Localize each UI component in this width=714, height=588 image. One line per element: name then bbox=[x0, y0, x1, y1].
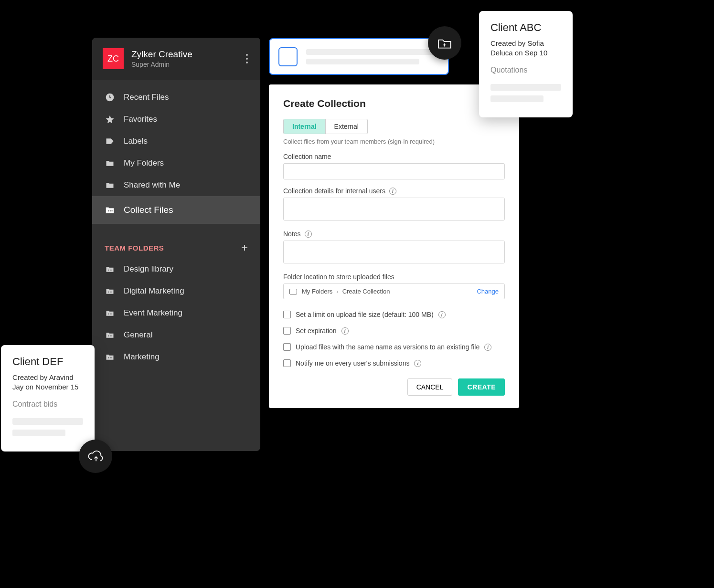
placeholder-line bbox=[490, 95, 543, 102]
tab-internal[interactable]: Internal bbox=[284, 119, 325, 134]
nav-shared-with-me[interactable]: Shared with Me bbox=[92, 174, 260, 196]
collection-name-input[interactable] bbox=[283, 163, 505, 179]
svg-point-16 bbox=[108, 357, 109, 358]
more-menu-icon[interactable] bbox=[243, 51, 251, 66]
info-icon[interactable]: i bbox=[305, 231, 312, 238]
item-placeholder-lines bbox=[306, 49, 439, 64]
sidebar: ZC Zylker Creative Super Admin Recent Fi… bbox=[92, 38, 260, 451]
placeholder-line bbox=[306, 59, 419, 64]
svg-point-3 bbox=[111, 210, 112, 211]
collection-details-label: Collection details for internal users bbox=[283, 187, 385, 195]
folder-icon bbox=[105, 158, 115, 168]
svg-point-18 bbox=[111, 357, 112, 358]
info-icon[interactable]: i bbox=[389, 188, 396, 195]
folder-location-display: My Folders › Create Collection Change bbox=[283, 284, 505, 299]
folder-files-icon bbox=[105, 205, 115, 215]
breadcrumb-leaf: Create Collection bbox=[342, 288, 390, 295]
tab-description: Collect files from your team members (si… bbox=[283, 138, 505, 145]
breadcrumb-root: My Folders bbox=[302, 288, 332, 295]
team-folders-header: TEAM FOLDERS + bbox=[92, 231, 260, 258]
placeholder-line bbox=[12, 430, 65, 436]
folder-location-label: Folder location to store uploaded files bbox=[283, 273, 505, 281]
option-file-size-limit: Set a limit on upload file size (default… bbox=[283, 311, 505, 318]
team-folder-general[interactable]: General bbox=[92, 324, 260, 346]
selected-item-card[interactable] bbox=[269, 38, 449, 75]
nav-recent-files[interactable]: Recent Files bbox=[92, 86, 260, 108]
checkbox-notify[interactable] bbox=[283, 359, 291, 367]
svg-point-8 bbox=[110, 292, 111, 293]
folder-plus-icon bbox=[437, 35, 453, 51]
collection-details-input[interactable] bbox=[283, 198, 505, 220]
info-icon[interactable]: i bbox=[341, 327, 349, 335]
option-notify: Notify me on every user's submissions i bbox=[283, 359, 505, 367]
team-folder-design-library[interactable]: Design library bbox=[92, 258, 260, 280]
card-title: Client ABC bbox=[490, 21, 561, 34]
clock-icon bbox=[105, 92, 115, 103]
cancel-button[interactable]: CANCEL bbox=[407, 378, 453, 396]
option-expiration: Set expiration i bbox=[283, 327, 505, 335]
card-meta: Created by Sofia Deluca on Sep 10 bbox=[490, 39, 561, 58]
team-folders-title: TEAM FOLDERS bbox=[105, 244, 164, 252]
nav-my-folders[interactable]: My Folders bbox=[92, 152, 260, 174]
card-title: Client DEF bbox=[12, 356, 83, 368]
svg-point-5 bbox=[110, 270, 111, 271]
placeholder-line bbox=[306, 49, 439, 55]
team-folder-event-marketing[interactable]: Event Marketing bbox=[92, 302, 260, 324]
card-subtitle: Quotations bbox=[490, 66, 561, 74]
field-collection-name: Collection name bbox=[283, 153, 505, 179]
folder-icon bbox=[105, 286, 115, 296]
nav-label: Recent Files bbox=[124, 93, 169, 102]
team-label: Design library bbox=[124, 264, 173, 274]
checkbox-expiration[interactable] bbox=[283, 327, 291, 335]
folder-icon bbox=[105, 352, 115, 362]
svg-point-6 bbox=[111, 270, 112, 271]
nav-labels[interactable]: Labels bbox=[92, 130, 260, 152]
svg-point-10 bbox=[108, 314, 109, 315]
tag-icon bbox=[105, 136, 115, 147]
item-checkbox[interactable] bbox=[278, 47, 298, 66]
nav-favorites[interactable]: Favorites bbox=[92, 108, 260, 130]
new-folder-fab[interactable] bbox=[428, 26, 461, 60]
option-label: Upload files with the same name as versi… bbox=[296, 343, 480, 351]
modal-title: Create Collection bbox=[283, 98, 505, 109]
create-button[interactable]: CREATE bbox=[458, 378, 505, 396]
folder-icon bbox=[105, 330, 115, 340]
checkbox-file-size[interactable] bbox=[283, 311, 291, 318]
notes-input[interactable] bbox=[283, 241, 505, 263]
checkbox-versions[interactable] bbox=[283, 343, 291, 351]
notes-label: Notes bbox=[283, 230, 301, 238]
nav-collect-files[interactable]: Collect Files bbox=[92, 196, 260, 224]
team-label: Event Marketing bbox=[124, 308, 182, 318]
field-folder-location: Folder location to store uploaded files … bbox=[283, 273, 505, 299]
field-collection-details: Collection details for internal users i bbox=[283, 187, 505, 222]
client-card-abc[interactable]: Client ABC Created by Sofia Deluca on Se… bbox=[479, 11, 573, 117]
modal-actions: CANCEL CREATE bbox=[283, 378, 505, 396]
cloud-upload-icon bbox=[87, 448, 104, 465]
nav-label: Favorites bbox=[124, 115, 157, 124]
change-location-link[interactable]: Change bbox=[477, 288, 499, 295]
collection-name-label: Collection name bbox=[283, 153, 505, 160]
svg-point-14 bbox=[110, 336, 111, 336]
client-card-def[interactable]: Client DEF Created by Aravind Jay on Nov… bbox=[1, 345, 95, 452]
org-info: Zylker Creative Super Admin bbox=[131, 49, 243, 68]
info-icon[interactable]: i bbox=[484, 344, 491, 351]
folder-icon bbox=[105, 308, 115, 318]
card-meta: Created by Aravind Jay on November 15 bbox=[12, 373, 83, 392]
org-avatar: ZC bbox=[103, 48, 124, 69]
svg-point-12 bbox=[111, 314, 112, 315]
add-team-folder-button[interactable]: + bbox=[241, 242, 248, 253]
svg-point-15 bbox=[111, 336, 112, 336]
chevron-right-icon: › bbox=[336, 288, 338, 295]
team-folder-digital-marketing[interactable]: Digital Marketing bbox=[92, 280, 260, 302]
team-folder-marketing[interactable]: Marketing bbox=[92, 346, 260, 368]
upload-fab[interactable] bbox=[79, 440, 112, 473]
info-icon[interactable]: i bbox=[438, 311, 446, 318]
org-name: Zylker Creative bbox=[131, 49, 243, 60]
svg-point-13 bbox=[108, 336, 109, 336]
option-versions: Upload files with the same name as versi… bbox=[283, 343, 505, 351]
team-nav: Design library Digital Marketing Event M… bbox=[92, 258, 260, 375]
collection-type-tabs: Internal External bbox=[283, 119, 368, 134]
tab-external[interactable]: External bbox=[325, 119, 367, 134]
info-icon[interactable]: i bbox=[414, 360, 421, 367]
primary-nav: Recent Files Favorites Labels My Folders… bbox=[92, 80, 260, 231]
